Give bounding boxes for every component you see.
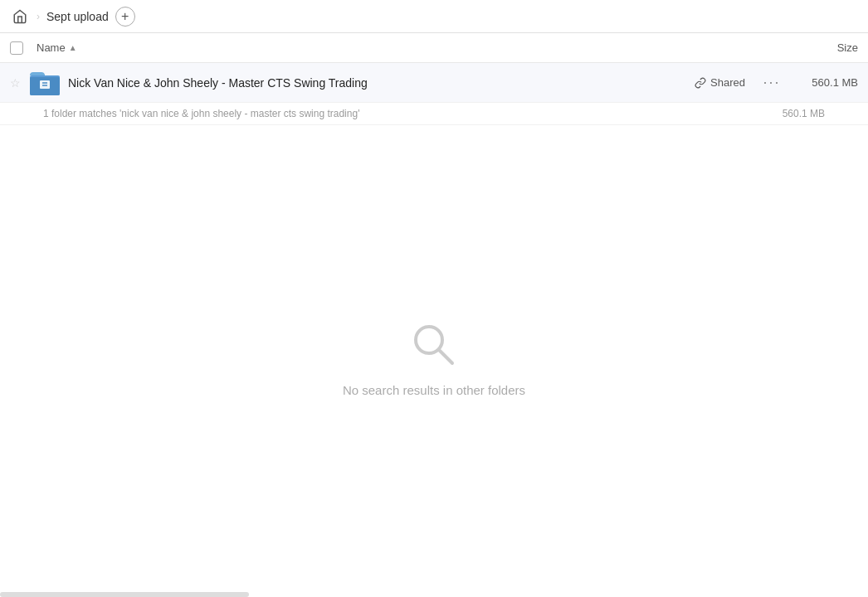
scrollbar[interactable] bbox=[0, 592, 249, 597]
star-icon: ☆ bbox=[10, 76, 21, 90]
no-results-area: No search results in other folders bbox=[0, 125, 868, 591]
star-button[interactable]: ☆ bbox=[10, 76, 30, 90]
more-options-button[interactable]: ··· bbox=[758, 70, 785, 96]
breadcrumb-separator: › bbox=[37, 11, 40, 22]
size-column-header: Size bbox=[775, 41, 858, 54]
match-size: 560.1 MB bbox=[783, 108, 825, 119]
svg-rect-2 bbox=[40, 80, 50, 89]
search-icon-large bbox=[409, 320, 459, 370]
match-text: 1 folder matches 'nick van nice & john s… bbox=[43, 108, 359, 119]
shared-indicator: Shared bbox=[695, 76, 745, 89]
name-column-header[interactable]: Name ▲ bbox=[37, 41, 775, 54]
home-button[interactable] bbox=[10, 7, 30, 27]
file-row[interactable]: ☆ Nick Van Nice & John Sheely - Master C… bbox=[0, 63, 868, 103]
link-icon bbox=[695, 77, 706, 89]
top-bar: › Sept upload + bbox=[0, 0, 868, 33]
file-size: 560.1 MB bbox=[792, 76, 858, 89]
shared-label: Shared bbox=[710, 76, 745, 89]
checkbox-all[interactable] bbox=[10, 41, 23, 55]
select-all-checkbox[interactable] bbox=[10, 41, 37, 55]
column-headers: Name ▲ Size bbox=[0, 33, 868, 63]
add-button[interactable]: + bbox=[115, 7, 135, 27]
more-icon: ··· bbox=[763, 74, 780, 91]
no-results-text: No search results in other folders bbox=[343, 383, 525, 397]
folder-icon bbox=[30, 68, 60, 98]
svg-line-6 bbox=[439, 350, 452, 363]
file-name: Nick Van Nice & John Sheely - Master CTS… bbox=[68, 76, 695, 90]
breadcrumb-title: Sept upload bbox=[46, 10, 109, 23]
match-info-row: 1 folder matches 'nick van nice & john s… bbox=[0, 103, 868, 125]
